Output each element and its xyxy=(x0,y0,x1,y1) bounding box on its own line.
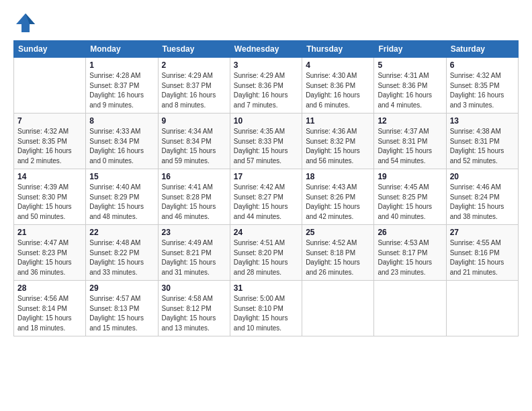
day-cell: 26Sunrise: 4:53 AM Sunset: 8:17 PM Dayli… xyxy=(374,225,446,281)
day-cell: 22Sunrise: 4:48 AM Sunset: 8:22 PM Dayli… xyxy=(86,225,158,281)
week-row-4: 21Sunrise: 4:47 AM Sunset: 8:23 PM Dayli… xyxy=(14,225,519,281)
day-cell: 28Sunrise: 4:56 AM Sunset: 8:14 PM Dayli… xyxy=(14,281,86,336)
day-number: 15 xyxy=(89,172,154,181)
day-number: 7 xyxy=(17,116,82,126)
day-info: Sunrise: 4:56 AM Sunset: 8:14 PM Dayligh… xyxy=(17,294,82,333)
day-cell: 10Sunrise: 4:35 AM Sunset: 8:33 PM Dayli… xyxy=(230,113,302,169)
day-info: Sunrise: 4:33 AM Sunset: 8:34 PM Dayligh… xyxy=(89,127,154,166)
day-info: Sunrise: 4:32 AM Sunset: 8:35 PM Dayligh… xyxy=(17,127,82,166)
day-info: Sunrise: 4:32 AM Sunset: 8:35 PM Dayligh… xyxy=(450,71,515,110)
day-info: Sunrise: 4:48 AM Sunset: 8:22 PM Dayligh… xyxy=(89,238,154,277)
day-number: 1 xyxy=(89,60,154,70)
day-info: Sunrise: 4:28 AM Sunset: 8:37 PM Dayligh… xyxy=(89,71,154,110)
day-cell: 21Sunrise: 4:47 AM Sunset: 8:23 PM Dayli… xyxy=(14,225,86,281)
day-info: Sunrise: 4:57 AM Sunset: 8:13 PM Dayligh… xyxy=(89,294,154,333)
day-info: Sunrise: 4:30 AM Sunset: 8:36 PM Dayligh… xyxy=(306,71,370,110)
day-number: 14 xyxy=(17,172,82,181)
day-cell: 17Sunrise: 4:42 AM Sunset: 8:27 PM Dayli… xyxy=(230,169,302,225)
day-number: 20 xyxy=(450,172,515,181)
logo-icon xyxy=(13,11,38,35)
col-header-wednesday: Wednesday xyxy=(230,41,302,58)
day-info: Sunrise: 4:45 AM Sunset: 8:25 PM Dayligh… xyxy=(378,183,442,222)
col-header-friday: Friday xyxy=(374,41,446,58)
page: SundayMondayTuesdayWednesdayThursdayFrid… xyxy=(0,0,532,411)
day-number: 16 xyxy=(162,172,226,181)
day-info: Sunrise: 5:00 AM Sunset: 8:10 PM Dayligh… xyxy=(234,294,298,333)
day-number: 13 xyxy=(450,116,515,126)
logo xyxy=(13,11,40,35)
day-cell: 4Sunrise: 4:30 AM Sunset: 8:36 PM Daylig… xyxy=(302,58,374,113)
day-number: 27 xyxy=(450,228,515,237)
day-info: Sunrise: 4:43 AM Sunset: 8:26 PM Dayligh… xyxy=(306,183,370,222)
day-info: Sunrise: 4:52 AM Sunset: 8:18 PM Dayligh… xyxy=(306,238,370,277)
day-cell: 31Sunrise: 5:00 AM Sunset: 8:10 PM Dayli… xyxy=(230,281,302,336)
day-info: Sunrise: 4:38 AM Sunset: 8:31 PM Dayligh… xyxy=(450,127,515,166)
day-info: Sunrise: 4:49 AM Sunset: 8:21 PM Dayligh… xyxy=(162,238,226,277)
day-number: 4 xyxy=(306,60,370,70)
day-info: Sunrise: 4:39 AM Sunset: 8:30 PM Dayligh… xyxy=(17,183,82,222)
day-cell: 6Sunrise: 4:32 AM Sunset: 8:35 PM Daylig… xyxy=(446,58,518,113)
day-cell: 2Sunrise: 4:29 AM Sunset: 8:37 PM Daylig… xyxy=(158,58,230,113)
day-number: 28 xyxy=(17,283,82,293)
week-row-1: 1Sunrise: 4:28 AM Sunset: 8:37 PM Daylig… xyxy=(14,58,519,113)
day-number: 29 xyxy=(89,283,154,293)
day-info: Sunrise: 4:58 AM Sunset: 8:12 PM Dayligh… xyxy=(162,294,226,333)
day-number: 30 xyxy=(162,283,226,293)
day-cell: 3Sunrise: 4:29 AM Sunset: 8:36 PM Daylig… xyxy=(230,58,302,113)
day-cell xyxy=(446,281,518,336)
week-row-3: 14Sunrise: 4:39 AM Sunset: 8:30 PM Dayli… xyxy=(14,169,519,225)
day-cell: 8Sunrise: 4:33 AM Sunset: 8:34 PM Daylig… xyxy=(86,113,158,169)
day-info: Sunrise: 4:37 AM Sunset: 8:31 PM Dayligh… xyxy=(378,127,442,166)
col-header-saturday: Saturday xyxy=(446,41,518,58)
day-info: Sunrise: 4:46 AM Sunset: 8:24 PM Dayligh… xyxy=(450,183,515,222)
col-header-sunday: Sunday xyxy=(14,41,86,58)
header xyxy=(13,11,519,35)
week-row-2: 7Sunrise: 4:32 AM Sunset: 8:35 PM Daylig… xyxy=(14,113,519,169)
col-header-thursday: Thursday xyxy=(302,41,374,58)
day-cell: 29Sunrise: 4:57 AM Sunset: 8:13 PM Dayli… xyxy=(86,281,158,336)
day-cell: 9Sunrise: 4:34 AM Sunset: 8:34 PM Daylig… xyxy=(158,113,230,169)
day-cell: 11Sunrise: 4:36 AM Sunset: 8:32 PM Dayli… xyxy=(302,113,374,169)
day-number: 26 xyxy=(378,228,442,237)
day-info: Sunrise: 4:55 AM Sunset: 8:16 PM Dayligh… xyxy=(450,238,515,277)
day-cell: 19Sunrise: 4:45 AM Sunset: 8:25 PM Dayli… xyxy=(374,169,446,225)
day-number: 6 xyxy=(450,60,515,70)
day-cell: 20Sunrise: 4:46 AM Sunset: 8:24 PM Dayli… xyxy=(446,169,518,225)
day-info: Sunrise: 4:36 AM Sunset: 8:32 PM Dayligh… xyxy=(306,127,370,166)
day-number: 31 xyxy=(234,283,298,293)
day-number: 10 xyxy=(234,116,298,126)
day-info: Sunrise: 4:53 AM Sunset: 8:17 PM Dayligh… xyxy=(378,238,442,277)
day-cell: 15Sunrise: 4:40 AM Sunset: 8:29 PM Dayli… xyxy=(86,169,158,225)
day-number: 12 xyxy=(378,116,442,126)
day-number: 11 xyxy=(306,116,370,126)
day-cell xyxy=(14,58,86,113)
day-info: Sunrise: 4:40 AM Sunset: 8:29 PM Dayligh… xyxy=(89,183,154,222)
day-cell: 14Sunrise: 4:39 AM Sunset: 8:30 PM Dayli… xyxy=(14,169,86,225)
day-info: Sunrise: 4:42 AM Sunset: 8:27 PM Dayligh… xyxy=(234,183,298,222)
day-number: 17 xyxy=(234,172,298,181)
day-cell xyxy=(302,281,374,336)
day-cell: 7Sunrise: 4:32 AM Sunset: 8:35 PM Daylig… xyxy=(14,113,86,169)
col-header-monday: Monday xyxy=(86,41,158,58)
day-cell: 1Sunrise: 4:28 AM Sunset: 8:37 PM Daylig… xyxy=(86,58,158,113)
day-info: Sunrise: 4:29 AM Sunset: 8:36 PM Dayligh… xyxy=(234,71,298,110)
day-cell: 24Sunrise: 4:51 AM Sunset: 8:20 PM Dayli… xyxy=(230,225,302,281)
day-cell: 25Sunrise: 4:52 AM Sunset: 8:18 PM Dayli… xyxy=(302,225,374,281)
day-number: 18 xyxy=(306,172,370,181)
day-info: Sunrise: 4:47 AM Sunset: 8:23 PM Dayligh… xyxy=(17,238,82,277)
day-cell: 12Sunrise: 4:37 AM Sunset: 8:31 PM Dayli… xyxy=(374,113,446,169)
day-number: 5 xyxy=(378,60,442,70)
day-number: 21 xyxy=(17,228,82,237)
day-cell: 5Sunrise: 4:31 AM Sunset: 8:36 PM Daylig… xyxy=(374,58,446,113)
day-number: 9 xyxy=(162,116,226,126)
day-number: 3 xyxy=(234,60,298,70)
col-header-tuesday: Tuesday xyxy=(158,41,230,58)
day-info: Sunrise: 4:29 AM Sunset: 8:37 PM Dayligh… xyxy=(162,71,226,110)
day-number: 8 xyxy=(89,116,154,126)
day-cell: 13Sunrise: 4:38 AM Sunset: 8:31 PM Dayli… xyxy=(446,113,518,169)
day-number: 24 xyxy=(234,228,298,237)
day-number: 2 xyxy=(162,60,226,70)
day-cell: 23Sunrise: 4:49 AM Sunset: 8:21 PM Dayli… xyxy=(158,225,230,281)
day-info: Sunrise: 4:31 AM Sunset: 8:36 PM Dayligh… xyxy=(378,71,442,110)
day-cell: 27Sunrise: 4:55 AM Sunset: 8:16 PM Dayli… xyxy=(446,225,518,281)
